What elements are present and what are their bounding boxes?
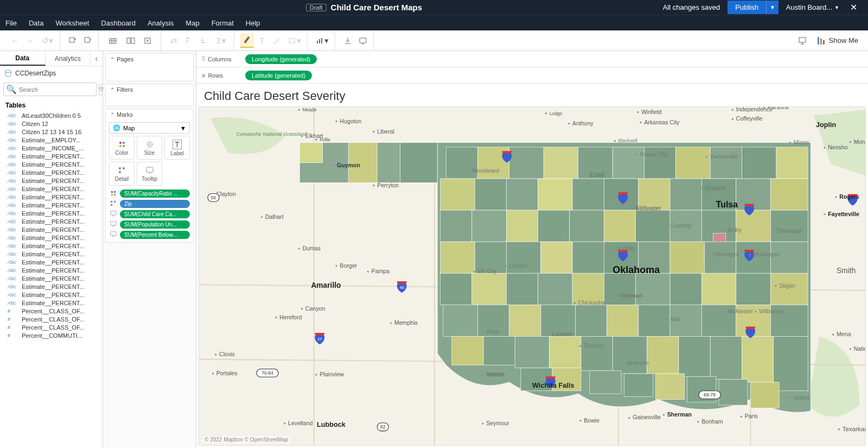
menu-data[interactable]: Data xyxy=(29,19,43,27)
close-icon[interactable]: ✕ xyxy=(847,2,860,12)
annotate-icon[interactable] xyxy=(270,34,284,48)
sort-desc-icon[interactable] xyxy=(197,34,211,48)
field-item[interactable]: AbcEstimate__PERCENT... xyxy=(0,242,103,250)
field-item[interactable]: AbcEstimate__INCOME_... xyxy=(0,144,103,152)
pause-refresh-icon[interactable] xyxy=(81,34,95,48)
menu-dashboard[interactable]: Dashboard xyxy=(101,19,136,27)
highlight-icon[interactable] xyxy=(240,34,254,48)
revert-icon[interactable]: ↺▾ xyxy=(38,34,56,48)
field-item[interactable]: AbcEstimate__PERCENT... xyxy=(0,291,103,299)
field-item[interactable]: AbcEstimate__PERCENT... xyxy=(0,282,103,291)
menu-file[interactable]: File xyxy=(5,19,17,27)
publish-dropdown[interactable]: ▼ xyxy=(766,1,778,14)
rows-pill[interactable]: Latitude (generated) xyxy=(245,71,312,80)
field-item[interactable]: AbcEstimate__PERCENT... xyxy=(0,258,103,266)
map-view[interactable]: 40 27 Comanche National GrasslandHugoton… xyxy=(199,106,866,446)
field-item[interactable]: #Percent__COMMUTI... xyxy=(0,331,103,339)
field-item[interactable]: AbcEstimate__PERCENT... xyxy=(0,185,103,193)
menu-worksheet[interactable]: Worksheet xyxy=(55,19,89,27)
new-worksheet-icon[interactable] xyxy=(104,34,123,48)
field-item[interactable]: AbcEstimate__PERCENT... xyxy=(0,234,103,242)
mark-type-dropdown[interactable]: 🌐 Map▼ xyxy=(109,122,190,134)
detail-shelf[interactable]: Detail xyxy=(109,162,135,186)
field-item[interactable]: AbcEstimate__EMPLOY... xyxy=(0,136,103,144)
fit-icon[interactable]: ▾ xyxy=(285,34,304,48)
sheet-title[interactable]: Child Care Desert Severity xyxy=(196,84,868,106)
datasource-item[interactable]: CCDesertZips xyxy=(0,66,103,80)
tooltip-shelf[interactable]: Tooltip xyxy=(137,162,162,186)
download-icon[interactable] xyxy=(341,34,355,48)
field-item[interactable]: AbcAtLeast30Children 0 5 xyxy=(0,111,103,119)
tab-analytics[interactable]: Analytics xyxy=(46,51,91,66)
svg-text:Memphis: Memphis xyxy=(394,319,418,326)
svg-point-221 xyxy=(772,231,774,232)
field-item[interactable]: AbcEstimate__PERCENT... xyxy=(0,209,103,217)
columns-shelf[interactable]: ⦙⦙⦙Columns Longitude (generated) xyxy=(196,51,868,67)
mark-pill[interactable]: SUM(Child Care Ca... xyxy=(109,210,190,218)
clear-icon[interactable] xyxy=(139,34,157,48)
columns-icon: ⦙⦙⦙ xyxy=(202,55,205,62)
field-item[interactable]: AbcEstimate__PERCENT... xyxy=(0,250,103,258)
show-me-button[interactable]: Show Me xyxy=(812,36,864,45)
columns-pill[interactable]: Longitude (generated) xyxy=(245,54,317,64)
duplicate-icon[interactable] xyxy=(124,34,138,48)
mark-pill[interactable]: SUM(Percent Below... xyxy=(109,230,190,239)
totals-icon[interactable]: Σ▾ xyxy=(212,34,231,48)
label-shelf[interactable]: TLabel xyxy=(164,136,190,160)
device-preview-icon[interactable] xyxy=(356,34,370,48)
svg-rect-71 xyxy=(736,210,771,242)
field-item[interactable]: #Percent__CLASS_OF... xyxy=(0,315,103,323)
swap-icon[interactable]: ⇄ xyxy=(167,34,181,48)
field-item[interactable]: AbcEstimate__PERCENT... xyxy=(0,225,103,234)
field-item[interactable]: AbcEstimate__PERCENT... xyxy=(0,266,103,274)
menu-analysis[interactable]: Analysis xyxy=(148,19,174,27)
search-input[interactable]: 🔍 xyxy=(3,83,97,96)
svg-point-24 xyxy=(111,191,113,193)
redo-icon[interactable]: → xyxy=(23,34,37,48)
menu-map[interactable]: Map xyxy=(186,19,199,27)
svg-point-185 xyxy=(574,302,576,304)
mark-pill[interactable]: SUM(CapacityRatio ... xyxy=(109,189,190,198)
collapse-pane-icon[interactable]: ‹ xyxy=(91,51,103,66)
svg-text:Wilburton: Wilburton xyxy=(759,308,783,314)
fix-axes-icon[interactable]: ▾ xyxy=(313,34,331,48)
color-shelf[interactable]: Color xyxy=(109,136,135,160)
text-label-icon[interactable]: T xyxy=(255,34,269,48)
svg-rect-99 xyxy=(575,305,607,336)
size-shelf[interactable]: Size xyxy=(137,136,162,160)
svg-rect-121 xyxy=(656,374,685,400)
menu-format[interactable]: Format xyxy=(212,19,234,27)
svg-point-25 xyxy=(114,191,116,193)
user-menu[interactable]: Austin Board...▼ xyxy=(786,3,839,11)
field-item[interactable]: AbcEstimate__PERCENT... xyxy=(0,299,103,307)
sort-asc-icon[interactable] xyxy=(182,34,196,48)
field-item[interactable]: AbcEstimate__PERCENT... xyxy=(0,217,103,225)
field-item[interactable]: AbcEstimate__PERCENT... xyxy=(0,193,103,201)
new-datasource-icon[interactable] xyxy=(66,34,80,48)
field-item[interactable]: #Percent__CLASS_OF... xyxy=(0,307,103,315)
menu-help[interactable]: Help xyxy=(246,19,260,27)
mark-pill[interactable]: SUM(Population Un... xyxy=(109,220,190,229)
svg-text:69-78: 69-78 xyxy=(704,392,716,397)
svg-text:Sherman: Sherman xyxy=(667,411,692,418)
undo-icon[interactable]: ← xyxy=(8,34,22,48)
field-item[interactable]: AbcEstimate__PERCENT... xyxy=(0,168,103,176)
svg-point-133 xyxy=(301,135,303,137)
pages-card[interactable]: ⌃Pages xyxy=(105,53,194,81)
mark-pill[interactable]: Zip xyxy=(109,199,190,208)
svg-point-265 xyxy=(298,109,300,111)
field-item[interactable]: AbcCitizen 12 13 14 15 16 xyxy=(0,128,103,136)
publish-button[interactable]: Publish xyxy=(727,1,766,14)
svg-point-167 xyxy=(468,171,469,172)
filters-card[interactable]: ⌃Filters xyxy=(105,84,194,106)
field-item[interactable]: AbcEstimate__PERCENT... xyxy=(0,201,103,209)
tab-data[interactable]: Data xyxy=(0,51,46,66)
field-item[interactable]: #Percent__CLASS_OF... xyxy=(0,323,103,331)
field-item[interactable]: AbcEstimate__PERCENT... xyxy=(0,274,103,282)
presentation-icon[interactable] xyxy=(795,34,809,48)
field-item[interactable]: AbcCitizen 12 xyxy=(0,119,103,128)
field-item[interactable]: AbcEstimate__PERCENT... xyxy=(0,152,103,160)
rows-shelf[interactable]: ≡Rows Latitude (generated) xyxy=(196,67,868,84)
field-item[interactable]: AbcEstimate__PERCENT... xyxy=(0,160,103,168)
field-item[interactable]: AbcEstimate__PERCENT... xyxy=(0,176,103,185)
